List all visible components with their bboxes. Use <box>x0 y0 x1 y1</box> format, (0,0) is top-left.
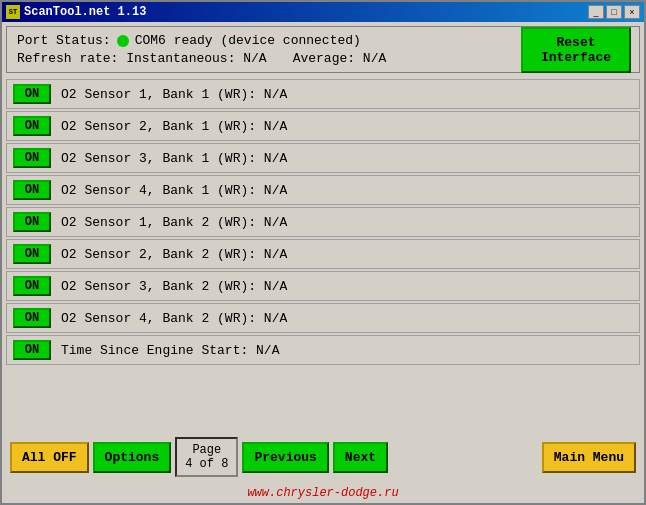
sensor-label-4: O2 Sensor 1, Bank 2 (WR): N/A <box>61 215 287 230</box>
title-bar: ST ScanTool.net 1.13 _ □ × <box>2 2 644 22</box>
sensor-label-8: Time Since Engine Start: N/A <box>61 343 279 358</box>
sensor-label-1: O2 Sensor 2, Bank 1 (WR): N/A <box>61 119 287 134</box>
maximize-button[interactable]: □ <box>606 5 622 19</box>
sensor-on-button-5[interactable]: ON <box>13 244 51 264</box>
sensor-row: ONO2 Sensor 1, Bank 1 (WR): N/A <box>6 79 640 109</box>
sensor-row: ONO2 Sensor 3, Bank 2 (WR): N/A <box>6 271 640 301</box>
all-off-button[interactable]: All OFF <box>10 442 89 473</box>
sensor-label-5: O2 Sensor 2, Bank 2 (WR): N/A <box>61 247 287 262</box>
page-line2: 4 of 8 <box>185 457 228 471</box>
sensor-on-button-7[interactable]: ON <box>13 308 51 328</box>
title-controls: _ □ × <box>588 5 640 19</box>
sensor-label-2: O2 Sensor 3, Bank 1 (WR): N/A <box>61 151 287 166</box>
app-icon: ST <box>6 5 20 19</box>
footer: www.chrysler-dodge.ru <box>2 484 644 503</box>
content-area: Port Status: COM6 ready (device connecte… <box>2 22 644 484</box>
average-label: Average: N/A <box>293 51 387 66</box>
page-indicator: Page 4 of 8 <box>175 437 238 477</box>
sensor-row: ONO2 Sensor 4, Bank 1 (WR): N/A <box>6 175 640 205</box>
sensor-label-6: O2 Sensor 3, Bank 2 (WR): N/A <box>61 279 287 294</box>
main-window: ST ScanTool.net 1.13 _ □ × Port Status: … <box>0 0 646 505</box>
reset-interface-button[interactable]: Reset Interface <box>521 27 631 73</box>
sensors-area: ONO2 Sensor 1, Bank 1 (WR): N/AONO2 Sens… <box>6 79 640 430</box>
main-menu-button[interactable]: Main Menu <box>542 442 636 473</box>
minimize-button[interactable]: _ <box>588 5 604 19</box>
options-button[interactable]: Options <box>93 442 172 473</box>
title-bar-left: ST ScanTool.net 1.13 <box>6 5 146 19</box>
close-button[interactable]: × <box>624 5 640 19</box>
sensor-on-button-6[interactable]: ON <box>13 276 51 296</box>
port-status-label: Port Status: <box>17 33 111 48</box>
sensor-on-button-0[interactable]: ON <box>13 84 51 104</box>
status-box: Port Status: COM6 ready (device connecte… <box>6 26 640 73</box>
sensor-on-button-2[interactable]: ON <box>13 148 51 168</box>
sensor-row: ONO2 Sensor 2, Bank 2 (WR): N/A <box>6 239 640 269</box>
connection-indicator <box>117 35 129 47</box>
sensor-label-7: O2 Sensor 4, Bank 2 (WR): N/A <box>61 311 287 326</box>
next-button[interactable]: Next <box>333 442 388 473</box>
sensor-on-button-1[interactable]: ON <box>13 116 51 136</box>
sensor-row: ONO2 Sensor 1, Bank 2 (WR): N/A <box>6 207 640 237</box>
sensor-row: ONO2 Sensor 4, Bank 2 (WR): N/A <box>6 303 640 333</box>
sensor-row: ONO2 Sensor 3, Bank 1 (WR): N/A <box>6 143 640 173</box>
sensor-on-button-8[interactable]: ON <box>13 340 51 360</box>
window-title: ScanTool.net 1.13 <box>24 5 146 19</box>
page-line1: Page <box>185 443 228 457</box>
port-status-text: COM6 ready (device connected) <box>135 33 361 48</box>
footer-text: www.chrysler-dodge.ru <box>247 486 398 500</box>
sensor-row: ONTime Since Engine Start: N/A <box>6 335 640 365</box>
sensor-on-button-3[interactable]: ON <box>13 180 51 200</box>
sensor-label-3: O2 Sensor 4, Bank 1 (WR): N/A <box>61 183 287 198</box>
previous-button[interactable]: Previous <box>242 442 328 473</box>
sensor-label-0: O2 Sensor 1, Bank 1 (WR): N/A <box>61 87 287 102</box>
refresh-label: Refresh rate: Instantaneous: N/A <box>17 51 267 66</box>
sensor-on-button-4[interactable]: ON <box>13 212 51 232</box>
bottom-bar: All OFF Options Page 4 of 8 Previous Nex… <box>6 434 640 480</box>
sensor-row: ONO2 Sensor 2, Bank 1 (WR): N/A <box>6 111 640 141</box>
